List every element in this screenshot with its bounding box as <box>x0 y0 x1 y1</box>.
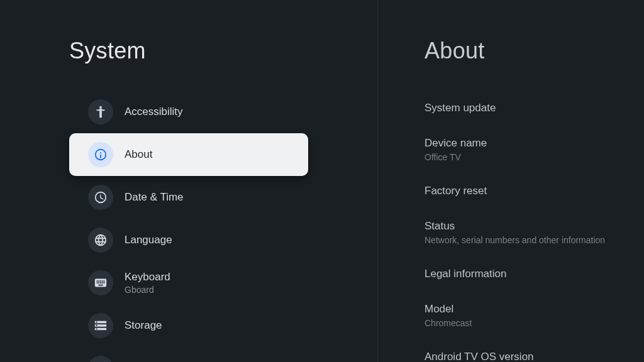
info-icon <box>88 142 113 167</box>
list-item-sublabel: Gboard <box>125 285 170 295</box>
list-item-sublabel: Office TV <box>425 152 625 162</box>
system-item-accessibility[interactable]: Accessibility <box>69 90 308 133</box>
svg-point-0 <box>99 106 102 109</box>
panel-divider <box>377 0 378 362</box>
system-item-language[interactable]: Language <box>69 219 308 261</box>
list-item-label: Accessibility <box>125 106 183 118</box>
list-item-label: Legal information <box>425 268 625 280</box>
ambient-icon <box>88 356 113 362</box>
about-item-system-update[interactable]: System update <box>425 90 625 126</box>
about-item-legal-information[interactable]: Legal information <box>425 256 625 292</box>
list-item-label: Model <box>425 303 625 315</box>
list-item-label: Keyboard <box>125 271 170 283</box>
list-item-label: Factory reset <box>425 185 625 197</box>
list-item-label: Date & Time <box>125 191 184 204</box>
page-title-about: About <box>425 38 625 64</box>
about-item-android-tv-os-version[interactable]: Android TV OS version <box>425 339 625 362</box>
system-item-ambient-mode[interactable]: Ambient mode <box>69 347 308 362</box>
system-item-date-time[interactable]: Date & Time <box>69 176 308 219</box>
list-item-sublabel: Network, serial numbers and other inform… <box>425 235 625 245</box>
system-item-storage[interactable]: Storage <box>69 304 308 347</box>
accessibility-icon <box>88 99 113 124</box>
list-item-label: Android TV OS version <box>425 351 625 362</box>
list-item-sublabel: Chromecast <box>425 318 625 328</box>
list-item-label: About <box>125 148 152 161</box>
about-item-status[interactable]: Status Network, serial numbers and other… <box>425 209 625 256</box>
about-item-device-name[interactable]: Device name Office TV <box>425 126 625 173</box>
list-item-label: Storage <box>125 319 162 332</box>
list-item-label: Status <box>425 220 625 233</box>
globe-icon <box>88 228 113 253</box>
keyboard-icon <box>88 270 113 295</box>
storage-icon <box>88 313 113 338</box>
clock-icon <box>88 185 113 210</box>
system-item-keyboard[interactable]: Keyboard Gboard <box>69 261 308 304</box>
about-item-factory-reset[interactable]: Factory reset <box>425 173 625 209</box>
list-item-label: Device name <box>425 137 625 150</box>
about-item-model[interactable]: Model Chromecast <box>425 292 625 339</box>
system-item-about[interactable]: About <box>69 133 308 176</box>
page-title-system: System <box>69 38 377 64</box>
list-item-label: System update <box>425 102 625 114</box>
list-item-label: Language <box>125 234 172 246</box>
